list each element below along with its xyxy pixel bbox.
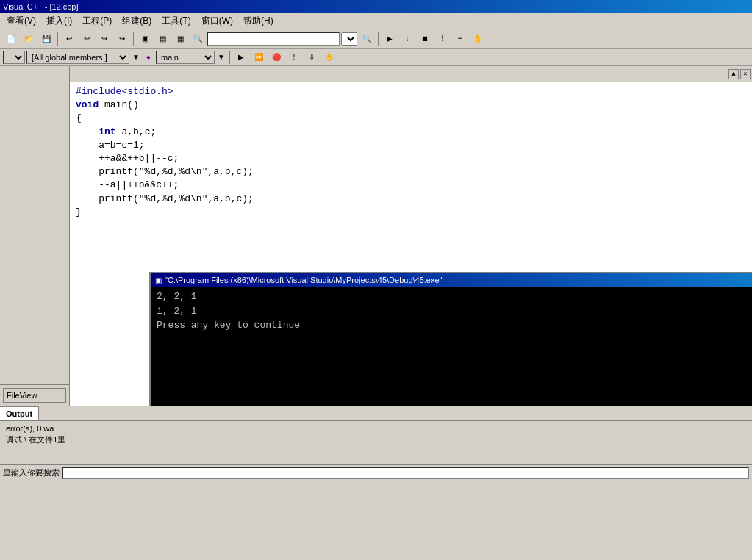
editor-pin-btn[interactable]: ▲ xyxy=(728,69,739,79)
separator-1 xyxy=(57,32,58,46)
open-btn[interactable]: 📂 xyxy=(21,32,37,46)
hand-btn[interactable]: ✋ xyxy=(470,32,486,46)
editor-area: ▲ ✕ #include<stdio.h> void main() { int … xyxy=(70,66,752,406)
menu-view[interactable]: 查看(V) xyxy=(3,14,40,28)
console-line-1: 2, 2, 1 xyxy=(157,290,752,304)
debug5-btn[interactable]: ⇩ xyxy=(304,50,320,65)
step-btn[interactable]: ↓ xyxy=(399,32,415,46)
debug4-btn[interactable]: ! xyxy=(286,50,302,65)
function-dropdown[interactable]: main xyxy=(156,51,215,64)
console-line-3: Press any key to continue xyxy=(157,318,752,333)
undo-btn[interactable]: ↩ xyxy=(61,32,77,46)
title-text: Visual C++ - [12.cpp] xyxy=(3,2,79,11)
title-bar: Visual C++ - [12.cpp] xyxy=(0,0,752,13)
separator-3 xyxy=(378,32,379,46)
console-title-left: ▣ "C:\Program Files (x86)\Microsoft Visu… xyxy=(155,276,442,284)
callstack-btn[interactable]: ≡ xyxy=(452,32,468,46)
redo2-btn[interactable]: ↪ xyxy=(114,32,130,46)
bottom-tab-bar: Output xyxy=(0,406,752,421)
menu-insert[interactable]: 插入(I) xyxy=(43,14,76,28)
code-editor[interactable]: #include<stdio.h> void main() { int a,b,… xyxy=(70,82,752,222)
menu-bar: 查看(V) 插入(I) 工程(P) 组建(B) 工具(T) 窗口(W) 帮助(H… xyxy=(0,13,752,29)
members-dropdown[interactable]: [All global members ] xyxy=(26,51,129,64)
debug6-btn[interactable]: ✋ xyxy=(321,50,337,65)
output-tab[interactable]: Output xyxy=(0,406,39,420)
sidebar-bottom: FileView xyxy=(0,384,69,406)
context-dropdown-left[interactable] xyxy=(3,51,25,64)
diamond-icon: ⬥ xyxy=(146,51,151,62)
redo-btn[interactable]: ↪ xyxy=(96,32,112,46)
fileview-label: FileView xyxy=(7,391,37,400)
members-arrow[interactable]: ▼ xyxy=(131,50,141,65)
view3-btn[interactable]: ▦ xyxy=(172,32,188,46)
view2-btn[interactable]: ▤ xyxy=(154,32,171,46)
search-input[interactable] xyxy=(207,32,340,46)
break-btn[interactable]: ! xyxy=(434,32,451,46)
console-title-bar: ▣ "C:\Program Files (x86)\Microsoft Visu… xyxy=(151,273,752,287)
console-line-2: 1, 2, 1 xyxy=(157,304,752,319)
console-window: ▣ "C:\Program Files (x86)\Microsoft Visu… xyxy=(149,272,752,406)
run-btn[interactable]: ▶ xyxy=(382,32,398,46)
bottom-content: error(s), 0 wa 调试 \ 在文件1里 xyxy=(0,421,752,464)
find-btn[interactable]: 🔍 xyxy=(190,32,206,46)
undo2-btn[interactable]: ↩ xyxy=(79,32,95,46)
debug3-btn[interactable]: 🔴 xyxy=(268,50,284,65)
output-line-2: 调试 \ 在文件1里 xyxy=(6,434,746,445)
save-btn[interactable]: 💾 xyxy=(38,32,54,46)
console-icon: ▣ xyxy=(155,276,162,284)
menu-window[interactable]: 窗口(W) xyxy=(198,14,237,28)
sidebar-header xyxy=(0,66,69,82)
search-label: 里输入你要搜索 xyxy=(3,467,60,478)
main-layout: FileView ▲ ✕ #include<stdio.h> void main… xyxy=(0,66,752,406)
sidebar-content xyxy=(0,82,69,384)
toolbar-main: 📄 📂 💾 ↩ ↩ ↪ ↪ ▣ ▤ ▦ 🔍 🔍 ▶ ↓ ⏹ ! ≡ ✋ xyxy=(0,29,752,49)
menu-build[interactable]: 组建(B) xyxy=(118,14,155,28)
menu-project[interactable]: 工程(P) xyxy=(79,14,115,28)
menu-tools[interactable]: 工具(T) xyxy=(158,14,194,28)
sep-4 xyxy=(229,51,230,64)
debug2-btn[interactable]: ⏩ xyxy=(251,50,267,65)
editor-close-btn[interactable]: ✕ xyxy=(740,69,751,79)
new-btn[interactable]: 📄 xyxy=(3,32,19,46)
console-output: 2, 2, 1 1, 2, 1 Press any key to continu… xyxy=(151,287,752,406)
fileview-tab[interactable]: FileView xyxy=(3,388,66,403)
find-next-btn[interactable]: 🔍 xyxy=(359,32,375,46)
output-line-1: error(s), 0 wa xyxy=(6,424,746,433)
editor-header: ▲ ✕ xyxy=(70,66,752,82)
stop-btn[interactable]: ⏹ xyxy=(417,32,433,46)
search-bar: 里输入你要搜索 xyxy=(0,464,752,481)
console-path: "C:\Program Files (x86)\Microsoft Visual… xyxy=(165,276,442,284)
function-arrow[interactable]: ▼ xyxy=(216,50,226,65)
bottom-panel: Output error(s), 0 wa 调试 \ 在文件1里 xyxy=(0,406,752,464)
toolbar-secondary: [All global members ] ▼ ⬥ main ▼ ▶ ⏩ 🔴 !… xyxy=(0,49,752,66)
search-field[interactable] xyxy=(62,467,749,479)
separator-2 xyxy=(133,32,134,46)
view1-btn[interactable]: ▣ xyxy=(137,32,153,46)
menu-help[interactable]: 帮助(H) xyxy=(240,14,277,28)
search-dropdown[interactable] xyxy=(341,32,357,46)
sidebar: FileView xyxy=(0,66,70,406)
debug1-btn[interactable]: ▶ xyxy=(233,50,249,65)
